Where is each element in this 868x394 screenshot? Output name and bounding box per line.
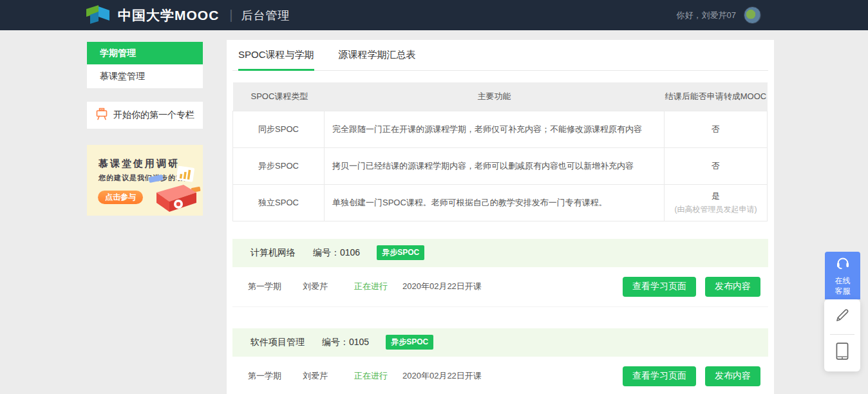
- semester-start-date: 2020年02月22日开课: [402, 370, 482, 382]
- cell-mooc-value: 是: [712, 191, 720, 201]
- course-header-software-project: 软件项目管理 编号：0105 异步SPOC: [232, 328, 768, 357]
- floating-toolbar: 在线 客服: [824, 252, 860, 371]
- cell-type: 独立SPOC: [233, 184, 325, 221]
- page: 中国大学MOOC | 后台管理 你好，刘爱芹07 学期管理 慕课堂管理: [0, 0, 868, 394]
- semester-term: 第一学期: [248, 281, 303, 292]
- brand-title: 中国大学MOOC: [118, 6, 219, 24]
- course-header-computer-network: 计算机网络 编号：0106 异步SPOC: [232, 239, 768, 267]
- cell-type: 同步SPOC: [233, 111, 325, 147]
- cell-desc: 拷贝一门已经结课的源课程学期内容，老师可以删减原有内容也可以新增补充内容: [325, 147, 665, 184]
- user-greeting: 你好，刘爱芹07: [677, 10, 736, 21]
- semester-start-date: 2020年02月22日开课: [402, 281, 482, 292]
- course-type-badge: 异步SPOC: [386, 335, 433, 350]
- semester-teacher: 刘爱芹: [303, 281, 354, 292]
- tab-source-course-summary[interactable]: 源课程学期汇总表: [339, 40, 416, 71]
- tool-card-divider: [830, 334, 854, 335]
- tab-spoc-courses[interactable]: SPOC课程与学期: [238, 40, 314, 71]
- sidebar-menu: 学期管理 慕课堂管理: [87, 42, 203, 88]
- course-name: 软件项目管理: [250, 337, 305, 348]
- main-panel: SPOC课程与学期 源课程学期汇总表 SPOC课程类型 主要功能 结课后能否申请…: [227, 40, 774, 394]
- cell-desc: 完全跟随一门正在开课的源课程学期，老师仅可补充内容；不能修改源课程原有内容: [325, 111, 665, 147]
- sidebar-item-semester-management[interactable]: 学期管理: [87, 42, 203, 64]
- sidebar: 学期管理 慕课堂管理 开始你的第一个专栏 慕课堂使用调研 您的建议是我们进步的动…: [87, 42, 203, 216]
- table-row: 独立SPOC 单独创建一门SPOC课程。老师可根据自己的教学安排发布一门专有课程…: [233, 184, 768, 221]
- page-title: 后台管理: [241, 8, 290, 23]
- view-learning-page-button[interactable]: 查看学习页面: [623, 277, 696, 297]
- online-service-label: 在线 客服: [835, 276, 851, 296]
- table-row: 异步SPOC 拷贝一门已经结课的源课程学期内容，老师可以删减原有内容也可以新增补…: [233, 147, 768, 184]
- feedback-button[interactable]: [824, 307, 860, 326]
- tab-bar: SPOC课程与学期 源课程学期汇总表: [232, 40, 768, 71]
- survey-banner-illustration: [137, 162, 202, 214]
- cell-mooc: 否: [665, 111, 768, 147]
- table-row: 同步SPOC 完全跟随一门正在开课的源课程学期，老师仅可补充内容；不能修改源课程…: [233, 111, 768, 147]
- top-navbar: 中国大学MOOC | 后台管理 你好，刘爱芹07: [0, 0, 868, 30]
- headset-icon: [835, 256, 851, 272]
- semester-status: 正在进行: [354, 281, 402, 292]
- sidebar-item-mooc-classroom[interactable]: 慕课堂管理: [87, 64, 203, 88]
- semester-teacher: 刘爱芹: [303, 370, 354, 382]
- course-code: 编号：0105: [322, 337, 369, 348]
- survey-banner: 慕课堂使用调研 您的建议是我们进步的动力 点击参与: [87, 145, 203, 216]
- tablet-icon: [834, 342, 851, 364]
- spoc-type-table: SPOC课程类型 主要功能 结课后能否申请转成MOOC 同步SPOC 完全跟随一…: [232, 82, 768, 221]
- semester-term: 第一学期: [248, 370, 303, 382]
- course-code: 编号：0106: [313, 247, 360, 259]
- mobile-app-button[interactable]: [824, 342, 860, 364]
- easel-icon: [95, 108, 108, 123]
- cell-mooc: 是 (由高校管理员发起申请): [665, 184, 768, 221]
- col-header-spoc-type: SPOC课程类型: [233, 82, 325, 111]
- col-header-main-function: 主要功能: [325, 82, 665, 111]
- cell-mooc-note: (由高校管理员发起申请): [665, 204, 767, 215]
- cell-desc: 单独创建一门SPOC课程。老师可根据自己的教学安排发布一门专有课程。: [325, 184, 665, 221]
- mooc-logo-icon: [86, 5, 111, 26]
- view-learning-page-button[interactable]: 查看学习页面: [623, 366, 696, 386]
- sidebar-item-label: 学期管理: [100, 48, 136, 59]
- start-first-column-label: 开始你的第一个专栏: [113, 109, 194, 121]
- publish-content-button[interactable]: 发布内容: [705, 366, 760, 386]
- col-header-convert-mooc: 结课后能否申请转成MOOC: [665, 82, 768, 111]
- user-avatar[interactable]: [744, 6, 761, 24]
- publish-content-button[interactable]: 发布内容: [705, 277, 760, 297]
- pencil-icon: [834, 307, 851, 326]
- online-service-button[interactable]: 在线 客服: [825, 252, 860, 299]
- cell-type: 异步SPOC: [233, 147, 325, 184]
- survey-join-button[interactable]: 点击参与: [98, 191, 143, 204]
- semester-row: 第一学期 刘爱芹 正在进行 2020年02月22日开课 查看学习页面 发布内容: [232, 267, 768, 307]
- floating-tool-card: [824, 299, 860, 371]
- cell-mooc: 否: [665, 147, 768, 184]
- brand-logo-link[interactable]: 中国大学MOOC | 后台管理: [86, 5, 290, 26]
- start-first-column-link[interactable]: 开始你的第一个专栏: [87, 102, 203, 129]
- brand-divider: |: [229, 8, 232, 23]
- course-name: 计算机网络: [250, 247, 296, 259]
- table-header-row: SPOC课程类型 主要功能 结课后能否申请转成MOOC: [233, 82, 768, 111]
- sidebar-item-label: 慕课堂管理: [100, 71, 145, 82]
- semester-status: 正在进行: [354, 370, 402, 382]
- semester-row: 第一学期 刘爱芹 正在进行 2020年02月22日开课 查看学习页面 发布内容: [232, 357, 768, 394]
- course-type-badge: 异步SPOC: [377, 245, 424, 260]
